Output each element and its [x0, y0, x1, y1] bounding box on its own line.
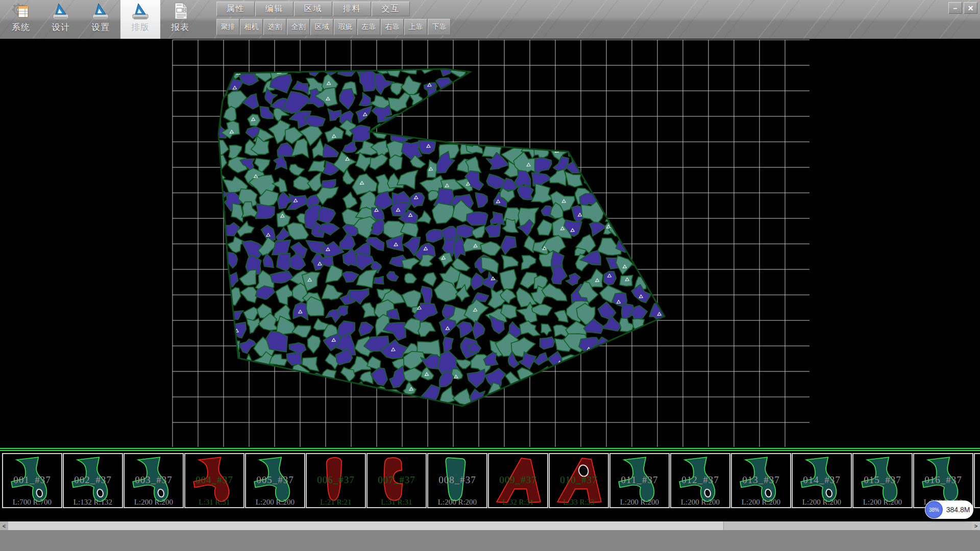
piece-name-label: 003_#37 [125, 474, 183, 486]
toolbar-item-2[interactable]: 设计 [41, 0, 81, 39]
report-doc-icon [171, 2, 189, 21]
piece-thumbnail-5[interactable]: 005_#37L:200 R:200 [245, 453, 305, 508]
toolbar-item-label: 设计 [52, 21, 70, 33]
menu-tab-1[interactable]: 属性 [216, 2, 255, 16]
piece-name-label: 017_#37 [975, 474, 980, 486]
piece-lr-count-label: L:200 R:200 [246, 498, 304, 507]
nesting-canvas-area[interactable] [0, 39, 980, 448]
piece-lr-count-label: L:32 R:31 [489, 498, 547, 507]
piece-name-label: 015_#37 [853, 474, 912, 486]
memory-percent-badge: 38% [925, 501, 943, 518]
piece-lr-count-label: L:132 R:132 [64, 498, 122, 507]
piece-name-label: 005_#37 [246, 474, 304, 486]
nesting-app-window: 系统设计设置排版报表 属性编辑区域排料交互 聚排相机选割全割区域瑕疵左靠右靠上靠… [0, 0, 980, 551]
ribbon-button-5[interactable]: 区域 [310, 19, 333, 35]
piece-name-label: 006_#37 [307, 474, 365, 486]
piece-thumbnail-10[interactable]: 010_#37L:33 R:33 [549, 453, 609, 508]
main-toolbar: 系统设计设置排版报表 属性编辑区域排料交互 聚排相机选割全割区域瑕疵左靠右靠上靠… [0, 0, 980, 39]
toolbar-item-label: 报表 [171, 21, 189, 33]
piece-lr-count-label: L:200 R:200 [732, 498, 790, 507]
piece-lr-count-label: L:200 R:200 [125, 498, 183, 507]
toolbar-item-3[interactable]: 设置 [81, 0, 120, 39]
ribbon-button-4[interactable]: 全割 [287, 19, 310, 35]
piece-name-label: 002_#37 [64, 474, 122, 486]
menu-tab-5[interactable]: 交互 [372, 2, 410, 16]
ribbon-button-8[interactable]: 右靠 [381, 19, 404, 35]
piece-lr-count-label: L:33 R:33 [550, 498, 608, 507]
piece-name-label: 008_#37 [428, 474, 486, 486]
piece-thumbnail-15[interactable]: 015_#37L:200 R:200 [852, 453, 913, 508]
piece-thumbnail-13[interactable]: 013_#37L:200 R:200 [731, 453, 791, 508]
close-button[interactable]: ✕ [964, 2, 977, 14]
piece-name-label: 009_#37 [489, 474, 547, 486]
minimize-button[interactable]: – [948, 2, 962, 14]
piece-thumbnail-12[interactable]: 012_#37L:200 R:200 [670, 453, 730, 508]
piece-name-label: 013_#37 [732, 474, 790, 486]
settings-ruler-icon [91, 2, 110, 21]
ribbon-button-7[interactable]: 左靠 [357, 19, 380, 35]
piece-name-label: 016_#37 [914, 474, 972, 486]
nested-pieces-layer [201, 51, 673, 408]
toolbar-item-5[interactable]: 报表 [160, 0, 200, 39]
window-controls: – ✕ [948, 2, 977, 14]
panel-top-green-line-2 [0, 450, 980, 451]
piece-thumbnail-11[interactable]: 011_#37L:200 R:200 [609, 453, 670, 508]
panel-top-green-line [0, 448, 980, 449]
toolbar-item-4[interactable]: 排版 [120, 0, 160, 39]
menu-tab-4[interactable]: 排料 [333, 2, 371, 16]
piece-thumbnail-list: 001_#37L:700 R:700002_#37L:132 R:132003_… [2, 453, 980, 508]
piece-lr-count-label: L:200 R:200 [671, 498, 729, 507]
toolbar-item-label: 系统 [12, 21, 30, 33]
status-footer-bar [0, 530, 980, 551]
piece-lr-count-label: L:700 R:700 [3, 498, 61, 507]
piece-name-label: 007_#37 [368, 474, 426, 486]
toolbar-item-label: 设置 [91, 21, 110, 33]
piece-thumbnail-1[interactable]: 001_#37L:700 R:700 [2, 453, 62, 508]
piece-thumbnail-7[interactable]: 007_#37L:31 R:31 [366, 453, 427, 508]
piece-thumbnail-4[interactable]: 004_#37L:31 R:31 [184, 453, 244, 508]
ribbon-button-2[interactable]: 相机 [240, 19, 263, 35]
toolbar-item-label: 排版 [131, 21, 150, 33]
piece-name-label: 011_#37 [610, 474, 669, 486]
scroll-left-arrow-icon[interactable]: < [0, 521, 8, 530]
menu-tab-row: 属性编辑区域排料交互 [216, 2, 410, 17]
piece-thumbnail-panel: 001_#37L:700 R:700002_#37L:132 R:132003_… [0, 448, 980, 521]
piece-name-label: 012_#37 [671, 474, 729, 486]
nesting-ruler-icon [131, 2, 150, 21]
piece-thumbnail-2[interactable]: 002_#37L:132 R:132 [63, 453, 123, 508]
memory-usage-pill[interactable]: 38% 384.8M [925, 500, 973, 519]
design-ruler-icon [52, 2, 70, 21]
piece-thumbnail-8[interactable]: 008_#37L:200 R:200 [427, 453, 487, 508]
system-gear-icon [12, 2, 30, 21]
piece-lr-count-label: L:31 R:31 [368, 498, 426, 507]
scrollbar-thumb[interactable] [8, 521, 724, 530]
piece-thumbnail-14[interactable]: 014_#37L:200 R:200 [792, 453, 852, 508]
ribbon-button-row: 聚排相机选割全割区域瑕疵左靠右靠上靠下靠 [216, 19, 451, 36]
scroll-right-arrow-icon[interactable]: > [972, 521, 980, 530]
toolbar-icon-group: 系统设计设置排版报表 [1, 0, 200, 39]
piece-thumbnail-17[interactable]: 017_#37L:200 R:200 [974, 453, 980, 508]
piece-lr-count-label: L:200 R:200 [975, 498, 980, 507]
menu-tab-2[interactable]: 编辑 [255, 2, 293, 16]
piece-name-label: 010_#37 [550, 474, 608, 486]
piece-thumbnail-6[interactable]: 006_#37L:21 R:21 [306, 453, 366, 508]
ribbon-button-9[interactable]: 上靠 [404, 19, 427, 35]
piece-lr-count-label: L:21 R:21 [307, 498, 365, 507]
ribbon-button-10[interactable]: 下靠 [428, 19, 451, 35]
piece-thumbnail-3[interactable]: 003_#37L:200 R:200 [124, 453, 184, 508]
menu-tab-3[interactable]: 区域 [294, 2, 332, 16]
piece-thumbnail-16[interactable]: 016_#37L:200 R:200 [913, 453, 973, 508]
nesting-canvas-svg[interactable] [0, 39, 980, 448]
toolbar-item-1[interactable]: 系统 [1, 0, 41, 39]
ribbon-button-3[interactable]: 选割 [263, 19, 286, 35]
piece-lr-count-label: L:200 R:200 [793, 498, 851, 507]
piece-lr-count-label: L:31 R:31 [185, 498, 243, 507]
piece-thumbnail-9[interactable]: 009_#37L:32 R:31 [488, 453, 548, 508]
piece-lr-count-label: L:200 R:200 [853, 498, 912, 507]
piece-lr-count-label: L:200 R:200 [428, 498, 486, 507]
piece-name-label: 014_#37 [793, 474, 851, 486]
piece-lr-count-label: L:200 R:200 [610, 498, 669, 507]
ribbon-button-1[interactable]: 聚排 [216, 19, 239, 35]
ribbon-button-6[interactable]: 瑕疵 [334, 19, 357, 35]
horizontal-scrollbar[interactable]: < > [0, 521, 980, 530]
